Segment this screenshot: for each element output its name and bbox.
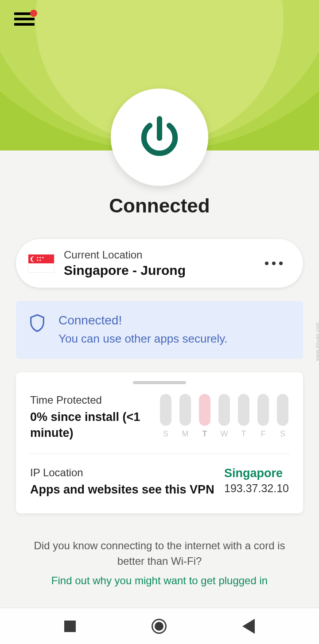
tip-section: Did you know connecting to the internet … [0, 538, 319, 587]
flag-icon: ★★★★★ [28, 255, 54, 272]
android-nav-bar [0, 608, 319, 644]
day-bar: M [179, 394, 191, 439]
overview-button[interactable] [64, 621, 76, 632]
home-button[interactable] [152, 619, 167, 634]
location-label: Current Location [64, 249, 261, 261]
back-button[interactable] [242, 619, 255, 634]
app-screen: Connected ★★★★★ Current Location Singapo… [0, 0, 319, 644]
shield-icon [29, 314, 47, 346]
time-protected-label: Time Protected [30, 394, 160, 406]
ip-location-label: IP Location [30, 467, 216, 479]
location-value: Singapore - Jurong [64, 263, 261, 278]
day-bar: W [218, 394, 230, 439]
banner-title: Connected! [58, 313, 228, 328]
day-bar: S [160, 394, 172, 439]
power-button[interactable] [111, 89, 208, 186]
connection-status: Connected [0, 195, 319, 217]
tip-link[interactable]: Find out why you might want to get plugg… [21, 575, 298, 587]
tip-question: Did you know connecting to the internet … [21, 538, 298, 569]
ip-country: Singapore [224, 467, 289, 480]
ip-location-desc: Apps and websites see this VPN [30, 482, 216, 497]
day-bar: T [237, 394, 250, 439]
week-chart: SMTWTFS [160, 394, 289, 439]
more-icon[interactable] [261, 257, 287, 270]
ip-address: 193.37.32.10 [224, 482, 289, 495]
menu-button[interactable] [14, 12, 35, 28]
location-card[interactable]: ★★★★★ Current Location Singapore - Juron… [16, 239, 303, 288]
day-bar: F [257, 394, 269, 439]
notification-dot-icon [30, 10, 37, 17]
day-bar: T [198, 394, 211, 439]
watermark: www.deuaq.com [315, 322, 319, 361]
banner-subtitle: You can use other apps securely. [58, 332, 228, 346]
info-banner: Connected! You can use other apps secure… [16, 301, 303, 359]
power-icon [135, 113, 184, 162]
time-protected-value: 0% since install (<1 minute) [30, 409, 160, 441]
drag-handle[interactable] [133, 381, 186, 384]
stats-card: Time Protected 0% since install (<1 minu… [16, 372, 303, 513]
day-bar: S [276, 394, 289, 439]
